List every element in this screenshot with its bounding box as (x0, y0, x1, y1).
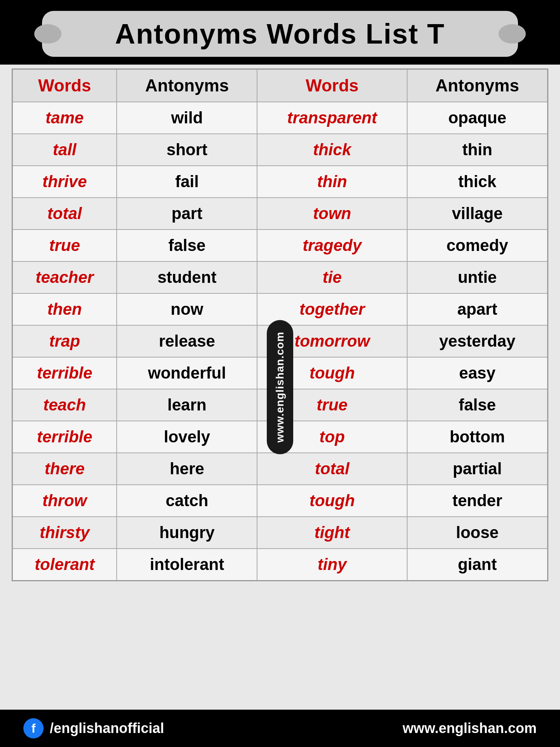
antonym-cell: here (117, 453, 257, 485)
antonym-cell: wild (117, 102, 257, 134)
table-row: truefalsetragedycomedy (12, 230, 548, 261)
main-content: www.englishan.com Words Antonyms Words A… (0, 65, 560, 710)
antonym-cell: thick (407, 166, 548, 198)
word-cell: tame (12, 102, 117, 134)
antonym-cell: easy (407, 357, 548, 389)
col3-header: Words (257, 69, 407, 102)
antonym-cell: untie (407, 261, 548, 293)
word-cell: then (12, 293, 117, 325)
facebook-handle: /englishanofficial (50, 720, 164, 736)
antonym-cell: false (407, 389, 548, 421)
word-cell: transparent (257, 102, 407, 134)
antonym-cell: part (117, 198, 257, 230)
antonym-cell: student (117, 261, 257, 293)
word-cell: terrible (12, 357, 117, 389)
table-row: tallshortthickthin (12, 134, 548, 166)
word-cell: teacher (12, 261, 117, 293)
table-row: tamewildtransparentopaque (12, 102, 548, 134)
word-cell: thin (257, 166, 407, 198)
word-cell: thick (257, 134, 407, 166)
antonym-cell: hungry (117, 517, 257, 549)
antonym-cell: apart (407, 293, 548, 325)
antonym-cell: tender (407, 485, 548, 517)
word-cell: true (257, 389, 407, 421)
antonym-cell: giant (407, 549, 548, 581)
table-row: thirstyhungrytightloose (12, 517, 548, 549)
word-cell: tight (257, 517, 407, 549)
table-header-row: Words Antonyms Words Antonyms (12, 69, 548, 102)
word-cell: total (257, 453, 407, 485)
word-cell: trap (12, 325, 117, 357)
word-cell: total (12, 198, 117, 230)
word-cell: tough (257, 357, 407, 389)
table-row: terriblewonderfultougheasy (12, 357, 548, 389)
footer: f /englishanofficial www.englishan.com (0, 710, 560, 747)
table-row: thrivefailthinthick (12, 166, 548, 198)
antonym-cell: comedy (407, 230, 548, 261)
header-oval-right (499, 24, 526, 44)
word-cell: tiny (257, 549, 407, 581)
table-row: terriblelovelytopbottom (12, 421, 548, 453)
table-row: teachlearntruefalse (12, 389, 548, 421)
table-row: throwcatchtoughtender (12, 485, 548, 517)
table-row: totalparttownvillage (12, 198, 548, 230)
table-row: trapreleasetomorrowyesterday (12, 325, 548, 357)
word-cell: tomorrow (257, 325, 407, 357)
page-wrapper: Antonyms Words List T www.englishan.com … (0, 0, 560, 747)
antonym-cell: thin (407, 134, 548, 166)
table-row: tolerantintoleranttinygiant (12, 549, 548, 581)
antonym-cell: now (117, 293, 257, 325)
page-title: Antonyms Words List T (115, 18, 445, 50)
table-row: thereheretotalpartial (12, 453, 548, 485)
antonym-cell: yesterday (407, 325, 548, 357)
col1-header: Words (12, 69, 117, 102)
col4-header: Antonyms (407, 69, 548, 102)
antonym-cell: lovely (117, 421, 257, 453)
word-cell: top (257, 421, 407, 453)
antonym-cell: false (117, 230, 257, 261)
antonym-cell: intolerant (117, 549, 257, 581)
word-cell: together (257, 293, 407, 325)
antonym-cell: village (407, 198, 548, 230)
header-oval-left (34, 24, 61, 44)
antonym-cell: partial (407, 453, 548, 485)
footer-left: f /englishanofficial (23, 718, 164, 738)
word-cell: thirsty (12, 517, 117, 549)
facebook-icon: f (23, 718, 44, 738)
word-cell: tolerant (12, 549, 117, 581)
word-cell: tall (12, 134, 117, 166)
table-row: teacherstudenttieuntie (12, 261, 548, 293)
header-background: Antonyms Words List T (42, 11, 518, 57)
word-cell: teach (12, 389, 117, 421)
word-cell: thrive (12, 166, 117, 198)
word-cell: true (12, 230, 117, 261)
website-url: www.englishan.com (402, 720, 537, 736)
header: Antonyms Words List T (0, 0, 560, 65)
table-row: thennowtogetherapart (12, 293, 548, 325)
word-cell: tie (257, 261, 407, 293)
word-cell: throw (12, 485, 117, 517)
antonym-cell: opaque (407, 102, 548, 134)
antonym-cell: release (117, 325, 257, 357)
antonym-cell: bottom (407, 421, 548, 453)
antonym-cell: short (117, 134, 257, 166)
word-cell: tragedy (257, 230, 407, 261)
antonym-cell: loose (407, 517, 548, 549)
word-cell: town (257, 198, 407, 230)
antonym-cell: fail (117, 166, 257, 198)
antonym-cell: wonderful (117, 357, 257, 389)
word-cell: tough (257, 485, 407, 517)
word-cell: there (12, 453, 117, 485)
antonym-cell: learn (117, 389, 257, 421)
antonym-cell: catch (117, 485, 257, 517)
antonyms-table: Words Antonyms Words Antonyms tamewildtr… (12, 68, 548, 581)
fb-letter: f (32, 721, 36, 736)
word-cell: terrible (12, 421, 117, 453)
col2-header: Antonyms (117, 69, 257, 102)
